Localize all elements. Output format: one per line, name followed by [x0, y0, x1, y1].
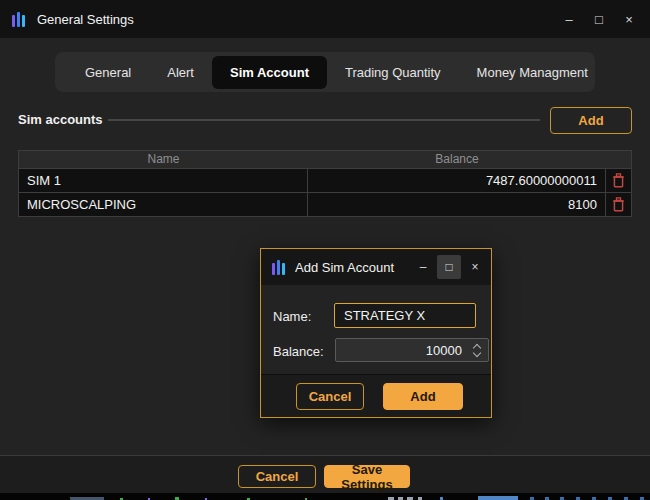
tab-alert[interactable]: Alert: [149, 56, 212, 89]
column-header-balance: Balance: [308, 151, 606, 168]
close-icon[interactable]: ×: [614, 5, 644, 33]
cell-balance: 7487.60000000011: [308, 169, 606, 192]
maximize-icon[interactable]: □: [584, 5, 614, 33]
tab-money-managment[interactable]: Money Managment: [459, 56, 606, 89]
maximize-icon[interactable]: □: [437, 255, 461, 279]
name-input[interactable]: [334, 303, 476, 328]
delete-row-button[interactable]: [606, 169, 631, 192]
sim-accounts-section-label: Sim accounts: [18, 112, 103, 127]
delete-row-button[interactable]: [606, 193, 631, 216]
cell-name: MICROSCALPING: [19, 193, 308, 216]
main-titlebar[interactable]: General Settings – □ ×: [0, 0, 650, 38]
section-divider: [108, 119, 540, 121]
minimize-icon[interactable]: –: [554, 5, 584, 33]
table-row[interactable]: SIM 1 7487.60000000011: [19, 168, 631, 192]
minimize-icon[interactable]: –: [411, 255, 435, 279]
general-settings-window: General Settings – □ × General Alert Sim…: [0, 0, 650, 493]
add-sim-account-dialog: Add Sim Account – □ × Name: Balance: Can…: [260, 248, 492, 418]
background-app-sliver: [0, 493, 650, 500]
trash-icon: [612, 197, 625, 212]
tab-sim-account[interactable]: Sim Account: [212, 56, 327, 89]
table-row[interactable]: MICROSCALPING 8100: [19, 192, 631, 216]
sim-accounts-table: Name Balance SIM 1 7487.60000000011 MICR…: [18, 150, 632, 217]
cell-name: SIM 1: [19, 169, 308, 192]
dialog-cancel-button[interactable]: Cancel: [296, 383, 364, 410]
dialog-window-controls: – □ ×: [411, 249, 487, 285]
name-field-label: Name:: [273, 309, 311, 324]
table-header: Name Balance: [19, 151, 631, 168]
app-logo-icon: [12, 12, 25, 27]
tab-trading-quantity[interactable]: Trading Quantity: [327, 56, 459, 89]
settings-footer: Cancel Save Settings: [0, 455, 650, 493]
app-logo-icon: [272, 260, 285, 275]
add-sim-account-button[interactable]: Add: [550, 107, 632, 134]
cell-balance: 8100: [308, 193, 606, 216]
settings-tabbar: General Alert Sim Account Trading Quanti…: [55, 52, 595, 92]
dialog-add-button[interactable]: Add: [383, 383, 463, 410]
balance-field: [335, 338, 489, 362]
window-controls: – □ ×: [554, 0, 644, 38]
window-title: General Settings: [37, 12, 134, 27]
close-icon[interactable]: ×: [463, 255, 487, 279]
tab-general[interactable]: General: [67, 56, 149, 89]
save-settings-button[interactable]: Save Settings: [324, 465, 410, 488]
dialog-titlebar[interactable]: Add Sim Account – □ ×: [261, 249, 491, 285]
trash-icon: [612, 173, 625, 188]
column-header-name: Name: [19, 151, 308, 168]
screen: General Settings – □ × General Alert Sim…: [0, 0, 650, 500]
balance-field-label: Balance:: [273, 344, 324, 359]
dialog-footer: Cancel Add: [261, 374, 491, 417]
cancel-button[interactable]: Cancel: [238, 465, 316, 488]
dialog-title: Add Sim Account: [295, 260, 394, 275]
balance-input[interactable]: [335, 338, 489, 362]
balance-stepper[interactable]: [472, 342, 482, 358]
